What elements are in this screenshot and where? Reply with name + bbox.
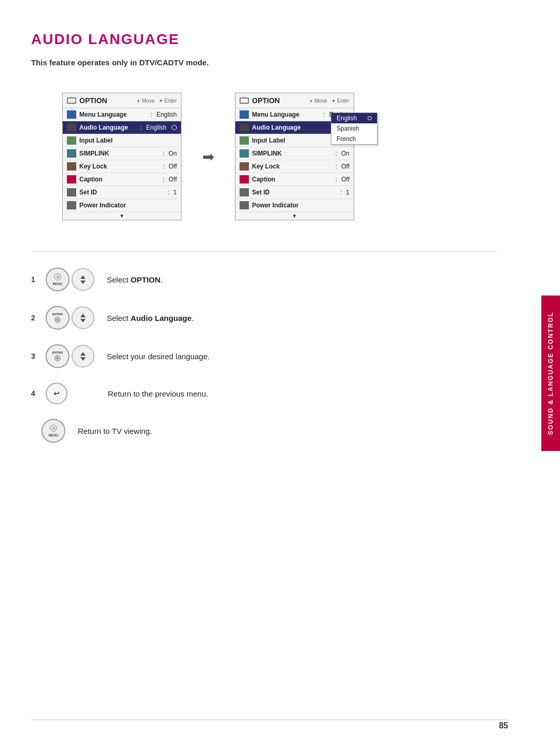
step-2-buttons: ENTER xyxy=(46,306,94,330)
nav-arrows-2[interactable] xyxy=(72,306,94,329)
right-menu-row-4: Key Lock : Off xyxy=(235,160,354,173)
step-2-number: 2 xyxy=(31,314,37,322)
right-menu-header-left: OPTION xyxy=(240,96,280,105)
right-menu-box: OPTION ✦ Move ✦ Enter Menu Language : En… xyxy=(235,93,354,220)
nav-arrow-down-2 xyxy=(80,319,86,322)
dropdown-item-english[interactable]: English xyxy=(331,113,377,123)
enter-dot-2 xyxy=(54,317,61,323)
right-row-label-3: SIMPLINK xyxy=(252,150,332,157)
page-title: AUDIO LANGUAGE xyxy=(31,31,498,48)
right-menu-container: OPTION ✦ Move ✦ Enter Menu Language : En… xyxy=(235,93,354,220)
r-menu-icon-0 xyxy=(240,110,249,119)
left-down-arrow: ▼ xyxy=(63,212,181,220)
step-menu-buttons: MENU xyxy=(41,419,65,443)
right-row-label-7: Power Indicator xyxy=(252,202,349,209)
right-menu-row-7: Power Indicator xyxy=(235,199,354,212)
left-row-label-2: Input Label xyxy=(79,137,177,144)
language-dropdown[interactable]: English Spanish French xyxy=(331,112,377,145)
nav-arrow-up-3 xyxy=(80,352,86,356)
left-menu-row-5: Caption : Off xyxy=(63,173,181,186)
menu-icon-1 xyxy=(67,123,76,132)
left-menu-row-6: Set ID : 1 xyxy=(63,186,181,199)
left-menu-header-left: OPTION xyxy=(67,96,107,105)
step-4-row: 4 ↩ Return to the previous menu. xyxy=(31,383,498,404)
tv-icon-left xyxy=(67,97,76,104)
dropdown-item-french[interactable]: French xyxy=(331,134,377,144)
svg-rect-4 xyxy=(240,98,248,103)
return-icon: ↩ xyxy=(53,389,60,398)
step-3-buttons: ENTER xyxy=(46,344,94,368)
r-menu-icon-6 xyxy=(240,188,249,196)
left-menu-header: OPTION ✦ Move ✦ Enter xyxy=(63,93,181,108)
main-content: AUDIO LANGUAGE This feature operates onl… xyxy=(31,31,498,715)
right-row-label-1: Audio Language xyxy=(252,124,329,131)
radio-selected-icon xyxy=(368,116,372,120)
side-tab-text: Sound & Language Control xyxy=(547,312,554,435)
left-menu-title: OPTION xyxy=(79,96,107,105)
nav-arrows-1[interactable] xyxy=(72,268,94,291)
left-menu-row-0: Menu Language : English xyxy=(63,108,181,121)
right-menu-row-6: Set ID : 1 xyxy=(235,186,354,199)
enter-btn-label: ENTER xyxy=(52,313,63,316)
step-1-bold: OPTION xyxy=(131,275,161,284)
nav-arrow-down-1 xyxy=(80,280,86,284)
step-1-buttons: MENU xyxy=(46,268,94,291)
step-3-text: Select your desired language. xyxy=(107,352,209,361)
step-menu-text: Return to TV viewing. xyxy=(78,427,152,435)
r-menu-icon-1 xyxy=(240,123,249,132)
menu-icon-2 xyxy=(67,136,76,145)
diagram-area: OPTION ✦ Move ✦ Enter Menu Language : En… xyxy=(62,93,498,220)
left-row-value-4: Off xyxy=(169,163,177,170)
right-down-arrow: ▼ xyxy=(235,212,354,220)
menu-btn-label-final: MENU xyxy=(48,433,58,437)
r-menu-icon-2 xyxy=(240,136,249,145)
menu-icon-4 xyxy=(67,162,76,171)
right-menu-nav-hint: ✦ Move ✦ Enter xyxy=(309,98,349,104)
left-menu-row-7: Power Indicator xyxy=(63,199,181,212)
enter-button-3[interactable]: ENTER xyxy=(46,344,69,368)
step-3-row: 3 ENTER Select your desired language. xyxy=(31,344,498,368)
left-row-label-6: Set ID xyxy=(79,189,164,196)
page-number: 85 xyxy=(499,721,508,730)
menu-btn-center-final xyxy=(50,425,57,432)
right-row-label-6: Set ID xyxy=(252,189,337,196)
nav-arrow-up-1 xyxy=(80,275,86,279)
enter-dot-inner-2 xyxy=(57,319,59,321)
right-menu-row-3: SIMPLINK : On xyxy=(235,147,354,160)
left-row-value-3: On xyxy=(169,150,177,157)
left-row-label-7: Power Indicator xyxy=(79,202,177,209)
right-row-value-4: Off xyxy=(341,163,349,170)
step-1-number: 1 xyxy=(31,275,37,284)
enter-button-2[interactable]: ENTER xyxy=(46,306,69,330)
menu-button-final[interactable]: MENU xyxy=(41,419,65,443)
menu-btn-label: MENU xyxy=(52,282,62,286)
dropdown-item-spanish[interactable]: Spanish xyxy=(331,123,377,134)
r-menu-icon-3 xyxy=(240,149,249,158)
subtitle: This feature operates only in DTV/CADTV … xyxy=(31,58,498,67)
right-row-value-5: Off xyxy=(341,176,349,183)
right-row-label-5: Caption xyxy=(252,176,332,183)
menu-button-1[interactable]: MENU xyxy=(46,268,69,291)
svg-marker-3 xyxy=(69,97,74,98)
nav-arrows-3[interactable] xyxy=(72,345,94,368)
return-button[interactable]: ↩ xyxy=(46,383,67,404)
menu-icon-6 xyxy=(67,188,76,196)
right-row-label-0: Menu Language xyxy=(252,111,320,118)
radio-icon-left xyxy=(172,125,177,130)
right-menu-title: OPTION xyxy=(252,96,280,105)
left-row-value-1: English xyxy=(146,124,166,131)
menu-btn-center xyxy=(54,273,61,280)
left-row-label-4: Key Lock xyxy=(79,163,160,170)
menu-icon-5 xyxy=(67,175,76,184)
left-row-value-6: 1 xyxy=(173,189,177,196)
steps-section: 1 MENU Select OPTION. xyxy=(31,251,498,443)
step-2-bold: Audio Language xyxy=(131,314,192,322)
left-row-label-3: SIMPLINK xyxy=(79,150,160,157)
step-4-buttons: ↩ xyxy=(46,383,67,404)
r-menu-icon-4 xyxy=(240,162,249,171)
svg-rect-0 xyxy=(67,98,76,103)
enter-dot-3 xyxy=(54,355,61,361)
right-row-label-4: Key Lock xyxy=(252,163,332,170)
left-row-value-5: Off xyxy=(169,176,177,183)
right-menu-header: OPTION ✦ Move ✦ Enter xyxy=(235,93,354,108)
